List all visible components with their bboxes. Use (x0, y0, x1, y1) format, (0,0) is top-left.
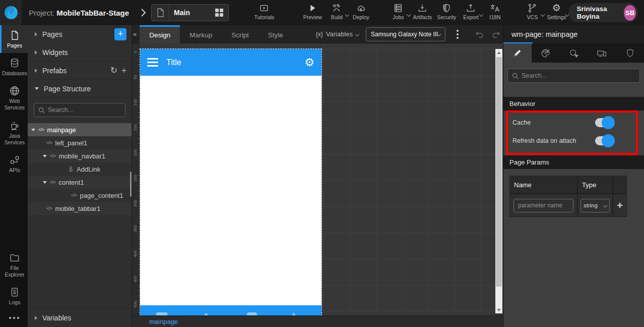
properties-search[interactable] (507, 69, 640, 83)
caret-down-icon[interactable] (43, 181, 47, 184)
page-doc-icon (152, 5, 169, 21)
rail-more-menu[interactable] (0, 310, 28, 327)
section-variables[interactable]: Variables (28, 309, 132, 327)
refresh-data-toggle[interactable] (595, 136, 613, 145)
cache-toggle[interactable] (595, 118, 613, 127)
tree-item-addlink[interactable]: AddLink (28, 162, 132, 176)
gear-icon[interactable]: ⚙ (304, 57, 314, 68)
security-button[interactable]: Security (434, 3, 459, 20)
page-structure-search[interactable] (34, 103, 125, 117)
caret-down-icon[interactable] (31, 129, 35, 131)
user-menu[interactable]: Srinivasa Boyina SB (568, 3, 638, 22)
properties-header: wm-page: mainpage (503, 25, 644, 43)
search-icon (512, 73, 519, 79)
jobs-button[interactable]: Jobs (386, 3, 410, 20)
page-content-widget[interactable] (140, 76, 321, 305)
vcs-button[interactable]: VCS (520, 3, 544, 20)
design-canvas[interactable]: 0 50 100 150 200 250 300 350 400 450 500… (132, 43, 503, 315)
rail-item-file-explorer[interactable]: File Explorer (0, 248, 28, 282)
logs-icon (9, 287, 20, 298)
scrollbar-thumb[interactable] (496, 57, 502, 287)
scroll-up-arrow[interactable] (495, 49, 502, 56)
search-icon (38, 107, 45, 114)
tab-markup[interactable]: Markup (180, 25, 222, 43)
export-button[interactable]: Export (459, 3, 483, 20)
open-page-tab[interactable]: mainpage (149, 318, 178, 325)
hamburger-menu-icon[interactable] (147, 58, 158, 67)
pages-icon (9, 30, 20, 41)
tab-properties[interactable] (503, 43, 532, 63)
caret-right-icon (35, 32, 37, 36)
i18n-button[interactable]: I18N (483, 3, 507, 20)
project-name: Project: MobileTabBar-Stage (29, 9, 129, 17)
tabbar-icon-fragment (156, 312, 167, 315)
behavior-section-header[interactable]: Behavior (503, 97, 644, 111)
active-page-selector[interactable]: Main (151, 4, 229, 21)
section-widgets[interactable]: Widgets (28, 43, 132, 62)
caret-down-icon[interactable] (43, 155, 47, 157)
search-input[interactable] (48, 106, 129, 114)
phone-preview[interactable]: Title ⚙ (140, 49, 321, 315)
app-logo[interactable] (0, 0, 22, 25)
chevron-down-icon (355, 32, 359, 36)
section-pages[interactable]: Pages + (28, 25, 132, 43)
redo-button[interactable] (491, 29, 501, 39)
tree-item-content1[interactable]: </> content1 (28, 176, 132, 189)
mobile-navbar-widget[interactable]: Title ⚙ (140, 49, 321, 76)
tree-item-left-panel1[interactable]: </> left_panel1 (28, 136, 132, 149)
artifacts-button[interactable]: Artifacts (410, 3, 434, 20)
left-panel-scrollbar[interactable] (130, 172, 132, 197)
device-select[interactable]: Samsung Galaxy Note III (366, 27, 445, 41)
build-button[interactable]: Build (325, 3, 349, 20)
vertical-ruler: 0 50 100 150 200 250 300 350 400 450 500 (132, 43, 140, 315)
undo-button[interactable] (475, 29, 485, 39)
add-prefab-icon[interactable]: + (121, 66, 126, 76)
palette-icon (540, 48, 551, 59)
tab-security[interactable] (616, 43, 644, 63)
collapse-left-panel-button[interactable]: « (133, 30, 137, 38)
tab-events[interactable] (560, 43, 588, 63)
tree-item-mobile-navbar1[interactable]: </> mobile_navbar1 (28, 149, 132, 162)
variables-dropdown[interactable]: {x} Variables (316, 30, 359, 38)
section-prefabs[interactable]: Prefabs ↻ + (28, 62, 132, 80)
caret-right-icon (35, 50, 37, 54)
pages-grid-icon[interactable] (215, 9, 223, 17)
rail-item-web-services[interactable]: Web Services (0, 81, 28, 115)
param-name-input[interactable] (513, 199, 573, 212)
tree-item-page-content1[interactable]: </> page_content1 (28, 189, 132, 202)
widget-code-icon: </> (46, 140, 52, 145)
active-page-name: Main (169, 9, 215, 17)
api-nodes-icon (9, 154, 20, 166)
canvas-more-menu[interactable] (454, 28, 462, 41)
deploy-button[interactable]: Deploy (349, 3, 373, 20)
tab-style[interactable]: Style (259, 25, 293, 43)
add-param-button[interactable]: + (617, 200, 623, 211)
properties-search-input[interactable] (522, 72, 635, 79)
rail-item-java-services[interactable]: Java Services (0, 116, 28, 150)
param-type-select[interactable]: string (581, 199, 610, 212)
rail-item-apis[interactable]: APIs (0, 150, 28, 178)
tutorials-button[interactable]: Tutorials (252, 3, 276, 20)
tree-item-mobile-tabbar1[interactable]: </> mobile_tabbar1 (28, 202, 132, 215)
shield-icon (625, 48, 635, 58)
rail-item-pages[interactable]: Pages (0, 25, 28, 53)
globe-icon (9, 85, 20, 96)
rail-item-logs[interactable]: Logs (0, 282, 28, 310)
rail-item-databases[interactable]: Databases (0, 53, 28, 81)
page-params-section-header[interactable]: Page Params (503, 155, 644, 169)
section-page-structure[interactable]: Page Structure (28, 80, 132, 98)
canvas-scrollbar[interactable] (495, 49, 502, 313)
tree-item-mainpage[interactable]: </> mainpage (28, 123, 132, 136)
mobile-tabbar-widget[interactable] (140, 305, 321, 315)
tab-devices[interactable] (588, 43, 616, 63)
preview-button[interactable]: Preview (300, 3, 325, 20)
tab-script[interactable]: Script (222, 25, 259, 43)
scroll-down-arrow[interactable] (495, 306, 502, 313)
widget-code-icon: </> (71, 193, 77, 198)
refresh-prefabs-icon[interactable]: ↻ (110, 65, 117, 76)
tab-styles[interactable] (532, 43, 560, 63)
tab-design[interactable]: Design (140, 25, 180, 43)
tabbar-icon-fragment (205, 313, 208, 315)
settings-button[interactable]: ⚙ Settings (544, 3, 568, 20)
add-page-button[interactable]: + (114, 28, 126, 40)
